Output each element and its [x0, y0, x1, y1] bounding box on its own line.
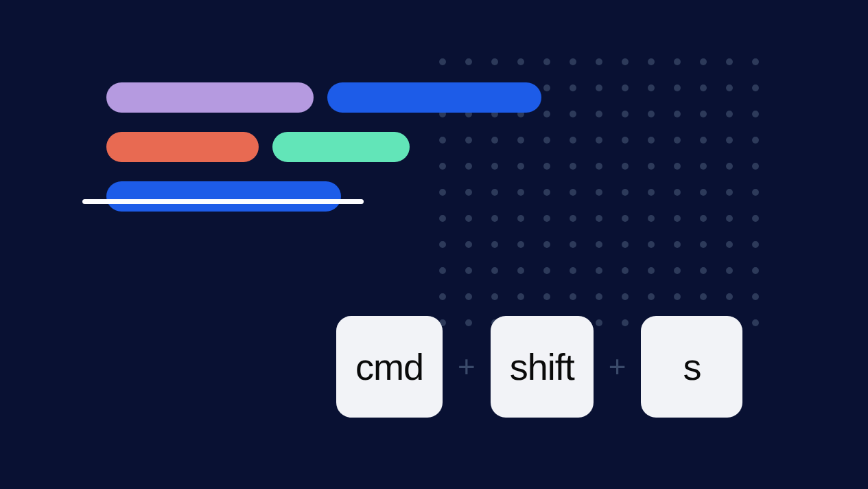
decorative-dot	[570, 163, 576, 170]
decorative-dot	[752, 319, 759, 326]
decorative-dot	[543, 163, 550, 170]
decorative-dot	[491, 163, 498, 170]
decorative-dot	[622, 163, 629, 170]
decorative-dot	[622, 267, 629, 274]
decorative-dot	[543, 111, 550, 117]
decorative-dot	[439, 58, 446, 65]
decorative-dot	[752, 163, 759, 170]
decorative-dot	[465, 58, 472, 65]
decorative-dot	[517, 189, 524, 196]
decorative-dot	[700, 58, 707, 65]
decorative-dot	[570, 267, 576, 274]
decorative-dot	[700, 267, 707, 274]
decorative-dot	[517, 267, 524, 274]
decorative-dot	[465, 137, 472, 144]
decorative-dot	[752, 137, 759, 144]
decorative-dot	[648, 163, 655, 170]
decorative-dot	[622, 215, 629, 222]
decorative-dot	[674, 163, 681, 170]
keycap-cmd: cmd	[336, 316, 443, 418]
decorative-dot	[622, 111, 629, 117]
decorative-dot	[596, 137, 602, 144]
decorative-dot	[439, 137, 446, 144]
decorative-dot	[700, 215, 707, 222]
decorative-dot	[596, 58, 602, 65]
decorative-dot	[752, 189, 759, 196]
decorative-dot	[596, 189, 602, 196]
decorative-dot	[648, 241, 655, 248]
code-bar-1	[327, 82, 541, 113]
decorative-dot	[752, 293, 759, 300]
decorative-dot	[491, 137, 498, 144]
decorative-dot	[674, 111, 681, 117]
decorative-dot	[465, 267, 472, 274]
decorative-dot	[439, 189, 446, 196]
decorative-dot	[648, 137, 655, 144]
decorative-dot	[570, 293, 576, 300]
decorative-dot	[674, 189, 681, 196]
decorative-dot	[674, 267, 681, 274]
code-bar-3	[272, 132, 410, 162]
decorative-dot	[543, 215, 550, 222]
decorative-dot	[491, 58, 498, 65]
decorative-dot	[752, 241, 759, 248]
decorative-dot	[570, 189, 576, 196]
decorative-dot	[726, 111, 733, 117]
decorative-dot	[752, 84, 759, 91]
decorative-dot	[596, 293, 602, 300]
decorative-dot	[726, 189, 733, 196]
decorative-dot	[543, 58, 550, 65]
decorative-dot	[752, 58, 759, 65]
decorative-dot	[674, 241, 681, 248]
decorative-dot	[570, 241, 576, 248]
decorative-dot	[465, 189, 472, 196]
decorative-dot	[674, 137, 681, 144]
decorative-dot	[622, 58, 629, 65]
decorative-dot	[726, 267, 733, 274]
decorative-dot	[726, 58, 733, 65]
decorative-dot	[596, 267, 602, 274]
decorative-dot	[465, 293, 472, 300]
keyboard-shortcut: cmd + shift + s	[336, 316, 742, 418]
decorative-dot	[439, 163, 446, 170]
decorative-dot	[648, 58, 655, 65]
decorative-dot	[543, 293, 550, 300]
decorative-dot	[517, 215, 524, 222]
decorative-dot	[491, 293, 498, 300]
decorative-dot	[596, 84, 602, 91]
decorative-dot	[726, 163, 733, 170]
decorative-dot	[543, 189, 550, 196]
code-bar-2	[106, 132, 259, 162]
decorative-dot	[674, 58, 681, 65]
plus-separator: +	[609, 350, 626, 384]
decorative-dot	[752, 215, 759, 222]
code-bar-4	[106, 181, 341, 212]
decorative-dot	[700, 137, 707, 144]
decorative-dot	[622, 293, 629, 300]
decorative-dot	[491, 215, 498, 222]
decorative-dot	[465, 215, 472, 222]
decorative-dot	[543, 84, 550, 91]
decorative-dot	[648, 84, 655, 91]
decorative-dot	[491, 241, 498, 248]
decorative-dot	[674, 293, 681, 300]
decorative-dot	[726, 84, 733, 91]
decorative-dot	[439, 241, 446, 248]
decorative-dot	[726, 241, 733, 248]
decorative-dot	[648, 267, 655, 274]
decorative-dot	[543, 267, 550, 274]
decorative-dot	[752, 111, 759, 117]
decorative-dot	[543, 241, 550, 248]
decorative-dot	[465, 241, 472, 248]
decorative-dot	[596, 111, 602, 117]
decorative-dot	[752, 267, 759, 274]
decorative-dot	[439, 293, 446, 300]
keycap-s: s	[641, 316, 742, 418]
decorative-dot	[700, 84, 707, 91]
decorative-dot	[570, 58, 576, 65]
code-bar-0	[106, 82, 314, 113]
decorative-dot	[596, 241, 602, 248]
decorative-dot	[700, 241, 707, 248]
decorative-dot	[439, 267, 446, 274]
decorative-dot	[517, 241, 524, 248]
